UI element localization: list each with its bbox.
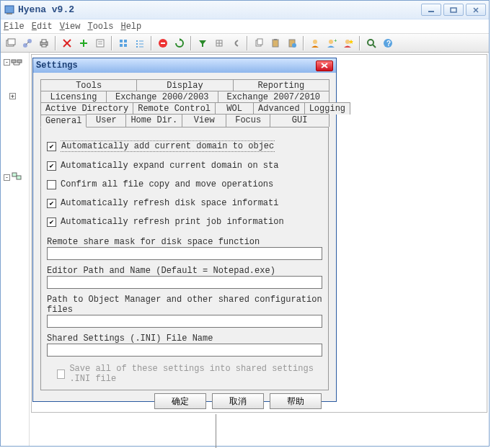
tab-display[interactable]: Display — [136, 79, 233, 91]
input-object-manager-path[interactable] — [47, 315, 322, 328]
input-editor-path[interactable] — [47, 276, 322, 289]
previous-icon[interactable] — [229, 36, 243, 50]
svg-rect-21 — [120, 40, 123, 42]
user-star-icon[interactable] — [341, 36, 355, 50]
tab-logging[interactable]: Logging — [304, 102, 350, 115]
help-icon[interactable]: ? — [381, 36, 395, 50]
svg-rect-0 — [5, 6, 14, 13]
servers-icon[interactable] — [11, 171, 22, 184]
main-titlebar: Hyena v9.2 — [1, 1, 489, 19]
svg-rect-29 — [136, 46, 138, 48]
svg-text:?: ? — [386, 40, 391, 48]
tab-exchange-2007[interactable]: Exchange 2007/2010 — [218, 91, 330, 103]
menu-view[interactable]: View — [60, 22, 81, 32]
network-root-icon[interactable] — [11, 55, 22, 69]
dialog-close-button[interactable] — [316, 61, 333, 71]
svg-rect-52 — [17, 60, 22, 63]
check-auto-expand-domain[interactable]: ✔ Automatically expand current domain on… — [47, 161, 322, 171]
input-shared-ini-name[interactable] — [47, 344, 322, 357]
tab-gui[interactable]: GUI — [270, 114, 329, 127]
tree-collapse-root[interactable]: - — [4, 59, 10, 66]
svg-rect-57 — [17, 176, 21, 179]
svg-rect-25 — [136, 40, 138, 42]
network-icon[interactable] — [20, 36, 35, 50]
tab-advanced[interactable]: Advanced — [253, 102, 305, 115]
user-manager-icon[interactable] — [308, 36, 322, 50]
tree-collapse-2[interactable]: - — [4, 174, 10, 181]
checkbox-icon[interactable]: ✔ — [47, 142, 56, 151]
close-button[interactable] — [466, 4, 486, 16]
checkbox-icon[interactable]: ✔ — [47, 199, 56, 208]
add-user-icon[interactable]: + — [324, 36, 339, 50]
tab-general[interactable]: General — [40, 115, 87, 127]
svg-rect-3 — [451, 8, 456, 12]
copy-icon[interactable] — [252, 36, 266, 50]
ok-button[interactable]: 确定 — [154, 393, 206, 409]
checkbox-icon[interactable]: ✔ — [47, 218, 56, 227]
field-shared-ini-name: Shared Settings (.INI) File Name — [47, 333, 322, 357]
add-icon[interactable] — [76, 36, 91, 50]
list-icon[interactable] — [133, 36, 147, 50]
minimize-button[interactable] — [421, 4, 441, 16]
paste-special-icon[interactable] — [285, 36, 299, 50]
checkbox-icon — [57, 369, 65, 379]
tab-exchange-2000[interactable]: Exchange 2000/2003 — [106, 91, 218, 103]
export-icon[interactable] — [212, 36, 226, 50]
paste-icon[interactable] — [268, 36, 283, 50]
svg-point-41 — [292, 43, 296, 48]
general-tab-panel: ✔ Automatically add current domain to ob… — [40, 127, 329, 390]
window-title: Hyena v9.2 — [18, 4, 74, 15]
tab-tools[interactable]: Tools — [40, 79, 137, 91]
svg-rect-1 — [6, 13, 12, 14]
field-editor-path: Editor Path and Name (Default = Notepad.… — [47, 266, 322, 289]
tree-expand-1[interactable]: + — [9, 93, 16, 99]
properties-icon[interactable] — [93, 36, 107, 50]
svg-rect-27 — [136, 43, 138, 45]
tab-user[interactable]: User — [86, 114, 126, 127]
dialog-title: Settings — [36, 61, 78, 71]
svg-marker-34 — [199, 40, 206, 47]
check-refresh-print[interactable]: ✔ Automatically refresh print job inform… — [47, 217, 322, 227]
tree-pane: - + - — [2, 53, 30, 446]
check-auto-add-domain[interactable]: ✔ Automatically add current domain to ob… — [47, 140, 322, 152]
refresh-icon[interactable] — [172, 36, 187, 50]
svg-rect-39 — [274, 39, 277, 40]
tab-wol[interactable]: WOL — [215, 102, 254, 115]
svg-rect-51 — [12, 60, 16, 63]
svg-rect-24 — [124, 44, 127, 47]
tab-view[interactable]: View — [182, 114, 226, 127]
stop-icon[interactable] — [156, 36, 170, 50]
tab-licensing[interactable]: Licensing — [40, 91, 107, 103]
find-icon[interactable] — [364, 36, 379, 50]
checkbox-icon[interactable]: ✔ — [47, 161, 56, 171]
filter-icon[interactable] — [195, 36, 210, 50]
new-window-icon[interactable] — [4, 36, 18, 50]
delete-icon[interactable] — [60, 36, 74, 50]
large-icons-icon[interactable] — [116, 36, 131, 50]
print-icon[interactable] — [37, 36, 51, 50]
svg-rect-18 — [97, 40, 104, 47]
input-remote-share-mask[interactable] — [47, 247, 322, 260]
tab-focus[interactable]: Focus — [226, 114, 270, 127]
cancel-button[interactable]: 取消 — [212, 393, 264, 409]
tab-strip: Tools Display Reporting Licensing Exchan… — [40, 80, 329, 127]
check-refresh-disk[interactable]: ✔ Automatically refresh disk space infor… — [47, 198, 322, 208]
tab-remote-control[interactable]: Remote Control — [133, 102, 216, 115]
menu-file[interactable]: File — [4, 22, 25, 32]
tab-home-dir[interactable]: Home Dir. — [125, 114, 182, 127]
divider-line — [216, 414, 216, 448]
checkbox-icon[interactable] — [47, 180, 56, 189]
menu-edit[interactable]: Edit — [32, 22, 53, 32]
svg-line-48 — [373, 45, 376, 48]
menubar: File Edit View Tools Help — [1, 19, 489, 34]
svg-line-10 — [26, 42, 29, 45]
menu-help[interactable]: Help — [120, 22, 141, 32]
menu-tools[interactable]: Tools — [87, 22, 113, 32]
check-confirm-copy-move[interactable]: Confirm all file copy and move operation… — [47, 179, 322, 189]
svg-rect-23 — [120, 44, 123, 47]
help-button[interactable]: 帮助 — [270, 393, 322, 409]
tab-active-directory[interactable]: Active Directory — [40, 102, 133, 115]
tab-reporting[interactable]: Reporting — [233, 79, 329, 91]
app-icon — [4, 4, 15, 16]
maximize-button[interactable] — [443, 4, 464, 16]
